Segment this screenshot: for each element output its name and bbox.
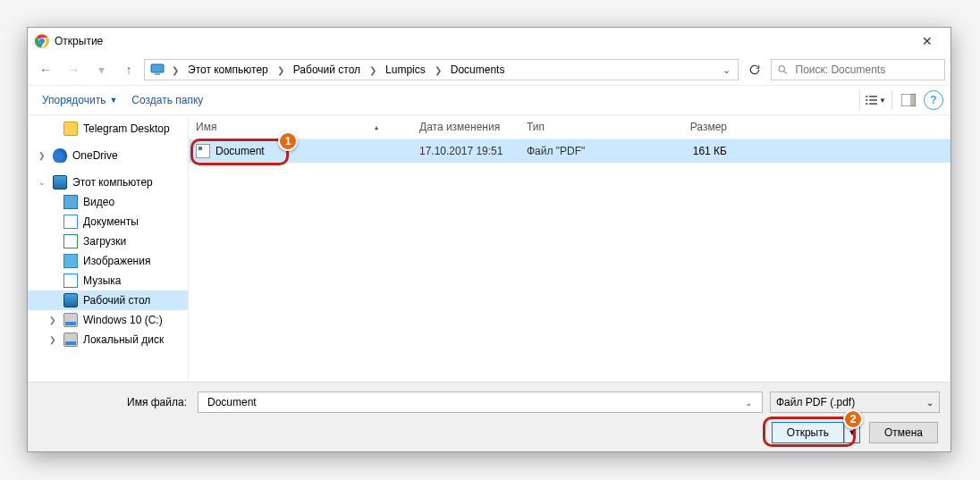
open-file-dialog: Открытие ✕ ← → ▾ ↑ ❯ Этот компьютер ❯ Ра…	[27, 27, 951, 452]
chevron-right-icon: ❯	[47, 316, 58, 324]
nav-forward-button[interactable]: →	[61, 57, 86, 82]
search-input[interactable]	[794, 63, 939, 77]
music-icon	[63, 274, 78, 288]
organize-button[interactable]: Упорядочить ▼	[35, 90, 124, 110]
chevron-right-icon: ❯	[274, 65, 288, 75]
svg-line-6	[784, 72, 787, 74]
preview-pane-icon	[901, 94, 916, 106]
column-header-size[interactable]: Размер	[645, 115, 734, 139]
svg-rect-14	[910, 94, 916, 106]
new-folder-label: Создать папку	[131, 94, 203, 106]
chevron-down-icon: ⌄	[37, 178, 47, 187]
chevron-down-icon: ▼	[879, 97, 886, 105]
svg-rect-7	[866, 96, 867, 97]
sidebar-item-label: Telegram Desktop	[83, 122, 170, 135]
file-size: 161 КБ	[645, 140, 734, 162]
pdf-file-icon	[196, 144, 210, 158]
main-body: Telegram Desktop ❯OneDrive ⌄Этот компьют…	[28, 115, 950, 382]
new-folder-button[interactable]: Создать папку	[124, 90, 210, 110]
chevron-down-icon: ▼	[109, 96, 117, 105]
preview-pane-button[interactable]	[891, 90, 918, 110]
sidebar-item-local-disk[interactable]: ❯Локальный диск	[28, 330, 188, 349]
footer: Имя файла: ⌄ Файл PDF (.pdf) ⌄ Открыть ▼…	[28, 382, 950, 451]
svg-rect-8	[869, 96, 877, 97]
download-icon	[63, 234, 78, 248]
file-type: Файл "PDF"	[520, 140, 645, 162]
nav-recent-button[interactable]: ▾	[89, 57, 114, 82]
sidebar-item-music[interactable]: Музыка	[28, 271, 188, 291]
window-close-button[interactable]: ✕	[908, 28, 947, 55]
filename-combobox[interactable]: ⌄	[198, 392, 763, 413]
pictures-icon	[63, 254, 78, 268]
sidebar-item-videos[interactable]: Видео	[28, 192, 188, 212]
filename-label: Имя файла:	[38, 396, 190, 408]
sidebar-item-desktop[interactable]: Рабочий стол	[28, 291, 188, 310]
breadcrumb-segment[interactable]: Documents	[447, 62, 509, 78]
onedrive-icon	[53, 148, 67, 163]
pc-icon	[150, 63, 165, 77]
sidebar-item-onedrive[interactable]: ❯OneDrive	[28, 146, 188, 165]
svg-rect-9	[866, 99, 867, 101]
chrome-logo-icon	[35, 34, 49, 48]
chevron-right-icon: ❯	[431, 65, 445, 75]
sidebar-item-downloads[interactable]: Загрузки	[28, 232, 188, 251]
nav-back-button[interactable]: ←	[33, 57, 58, 82]
chevron-right-icon: ❯	[366, 65, 380, 75]
svg-rect-4	[155, 73, 160, 75]
sidebar-item-documents[interactable]: Документы	[28, 212, 188, 232]
svg-point-5	[779, 66, 784, 72]
sidebar-item-pictures[interactable]: Изображения	[28, 251, 188, 271]
file-date: 17.10.2017 19:51	[412, 140, 520, 162]
sidebar-item-label: Документы	[83, 215, 139, 228]
open-button[interactable]: Открыть	[772, 422, 844, 443]
toolbar: Упорядочить ▼ Создать папку ▼ ?	[28, 85, 950, 115]
chevron-right-icon: ❯	[168, 65, 182, 75]
sidebar-item-label: Загрузки	[83, 235, 126, 248]
sidebar-item-windows-c[interactable]: ❯Windows 10 (C:)	[28, 310, 188, 330]
search-box[interactable]	[771, 59, 945, 80]
disk-icon	[63, 313, 78, 327]
view-options-button[interactable]: ▼	[859, 90, 886, 110]
sidebar-item-label: Локальный диск	[83, 333, 164, 346]
cancel-button[interactable]: Отмена	[869, 422, 938, 443]
column-header-name[interactable]: Имя▴	[189, 115, 412, 139]
nav-up-button[interactable]: ↑	[116, 57, 141, 82]
column-header-type[interactable]: Тип	[520, 115, 645, 139]
titlebar: Открытие ✕	[28, 28, 950, 55]
address-bar-row: ← → ▾ ↑ ❯ Этот компьютер ❯ Рабочий стол …	[28, 55, 950, 85]
breadcrumb[interactable]: ❯ Этот компьютер ❯ Рабочий стол ❯ Lumpic…	[144, 59, 739, 80]
help-button[interactable]: ?	[924, 90, 943, 110]
organize-label: Упорядочить	[42, 94, 106, 106]
sidebar-item-telegram-desktop[interactable]: Telegram Desktop	[28, 119, 188, 139]
sidebar-item-label: Этот компьютер	[72, 176, 153, 189]
sidebar-item-label: Видео	[83, 196, 114, 208]
breadcrumb-segment[interactable]: Lumpics	[382, 62, 429, 78]
chevron-down-icon[interactable]: ⌄	[740, 398, 756, 408]
sidebar-item-this-pc[interactable]: ⌄Этот компьютер	[28, 173, 188, 192]
breadcrumb-segment[interactable]: Рабочий стол	[290, 62, 364, 78]
list-view-icon	[866, 94, 877, 106]
breadcrumb-segment[interactable]: Этот компьютер	[184, 62, 272, 78]
filename-input[interactable]	[206, 395, 740, 409]
refresh-icon	[748, 63, 761, 76]
pc-icon	[53, 175, 67, 189]
refresh-button[interactable]	[743, 60, 766, 80]
annotation-badge-1: 1	[278, 131, 298, 151]
file-name: Document	[215, 145, 265, 157]
file-row[interactable]: Document 17.10.2017 19:51 Файл "PDF" 161…	[189, 139, 950, 163]
sidebar: Telegram Desktop ❯OneDrive ⌄Этот компьют…	[28, 115, 189, 382]
documents-icon	[63, 215, 78, 229]
file-list: Имя▴ Дата изменения Тип Размер Document …	[189, 115, 950, 382]
window-title: Открытие	[55, 35, 103, 47]
chevron-right-icon: ❯	[47, 335, 58, 344]
film-icon	[63, 195, 78, 209]
sort-ascending-icon: ▴	[375, 123, 405, 131]
disk-icon	[63, 333, 78, 347]
column-header-date[interactable]: Дата изменения	[412, 115, 520, 139]
svg-rect-10	[869, 99, 877, 101]
svg-rect-11	[866, 103, 867, 105]
svg-rect-12	[869, 103, 877, 105]
breadcrumb-history-button[interactable]: ⌄	[718, 61, 734, 79]
folder-icon	[63, 122, 78, 136]
filter-label: Файл PDF (.pdf)	[776, 396, 926, 408]
